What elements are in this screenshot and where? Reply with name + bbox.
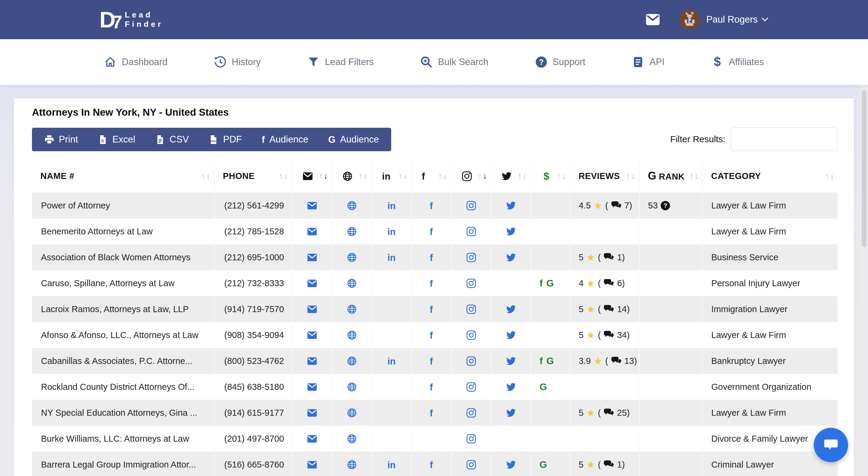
col-header-twitter[interactable]: ↑↓	[491, 159, 531, 192]
instagram-icon[interactable]	[466, 382, 476, 392]
email-icon[interactable]	[307, 356, 317, 366]
linkedin-icon[interactable]: in	[387, 357, 396, 366]
ads-google-icon[interactable]: G	[539, 382, 547, 392]
twitter-icon[interactable]	[506, 460, 516, 470]
col-header-instagram[interactable]: ↑↓	[451, 159, 491, 192]
chevron-down-icon[interactable]	[761, 17, 769, 22]
instagram-icon[interactable]	[466, 227, 476, 236]
facebook-audience-button[interactable]: fAudience	[252, 128, 318, 151]
ads-facebook-icon[interactable]: f	[539, 356, 543, 366]
email-icon[interactable]	[307, 382, 317, 392]
col-header-website[interactable]: ↑↓	[332, 159, 372, 192]
sort-arrows[interactable]: ↑↓	[319, 171, 328, 181]
facebook-icon[interactable]: f	[430, 383, 433, 392]
instagram-icon[interactable]	[466, 252, 476, 262]
facebook-icon[interactable]: f	[430, 279, 433, 288]
nav-item-affiliates[interactable]: $Affiliates	[711, 56, 764, 68]
scrollbar-thumb[interactable]	[862, 90, 867, 247]
nav-item-bulk-search[interactable]: Bulk Search	[420, 56, 488, 68]
ads-google-icon[interactable]: G	[539, 460, 547, 469]
avatar[interactable]	[680, 10, 700, 30]
nav-item-dashboard[interactable]: Dashboard	[104, 56, 167, 68]
email-icon[interactable]	[307, 278, 317, 288]
facebook-icon[interactable]: f	[430, 357, 433, 366]
instagram-icon[interactable]	[466, 460, 476, 470]
nav-item-history[interactable]: History	[214, 56, 261, 68]
sort-arrows[interactable]: ↑↓	[359, 171, 368, 181]
col-header-category[interactable]: CATEGORY↑↓	[703, 159, 838, 192]
col-header-linkedin[interactable]: in↑↓	[372, 159, 411, 192]
website-icon[interactable]	[347, 408, 357, 418]
facebook-icon[interactable]: f	[430, 409, 433, 418]
sort-arrows[interactable]: ↑↓	[518, 171, 527, 181]
instagram-icon[interactable]	[466, 278, 476, 288]
website-icon[interactable]	[347, 227, 357, 236]
twitter-icon[interactable]	[506, 330, 516, 340]
twitter-icon[interactable]	[506, 252, 516, 262]
sort-arrows[interactable]: ↑↓	[626, 171, 636, 181]
email-icon[interactable]	[307, 227, 317, 236]
csv-button[interactable]: CSV	[145, 128, 199, 151]
facebook-icon[interactable]: f	[430, 460, 433, 470]
col-header-reviews[interactable]: REVIEWS↑↓	[570, 159, 639, 192]
sort-arrows[interactable]: ↑↓	[825, 171, 835, 181]
linkedin-icon[interactable]: in	[387, 227, 396, 236]
instagram-icon[interactable]	[466, 330, 476, 340]
twitter-icon[interactable]	[506, 201, 516, 211]
sort-arrows[interactable]: ↑↓	[689, 171, 699, 181]
linkedin-icon[interactable]: in	[387, 460, 396, 470]
col-header-phone[interactable]: PHONE↑↓	[214, 159, 292, 192]
website-icon[interactable]	[347, 330, 357, 340]
website-icon[interactable]	[347, 252, 357, 262]
nav-item-api[interactable]: API	[632, 56, 664, 68]
instagram-icon[interactable]	[466, 201, 476, 211]
ads-facebook-icon[interactable]: f	[539, 278, 543, 288]
col-header-name[interactable]: NAME #↑↓	[32, 159, 214, 192]
website-icon[interactable]	[347, 201, 357, 211]
messages-icon[interactable]	[645, 13, 660, 26]
email-icon[interactable]	[307, 460, 317, 470]
email-icon[interactable]	[307, 304, 317, 314]
instagram-icon[interactable]	[466, 434, 476, 444]
rank-help-icon[interactable]: ?	[661, 201, 670, 210]
website-icon[interactable]	[347, 382, 357, 392]
print-button[interactable]: Print	[34, 128, 88, 151]
google-audience-button[interactable]: GAudience	[318, 128, 389, 151]
instagram-icon[interactable]	[466, 408, 476, 418]
pdf-button[interactable]: PDFPDF	[198, 128, 252, 151]
email-icon[interactable]	[307, 201, 317, 211]
user-menu[interactable]: Paul Rogers	[706, 14, 758, 25]
sort-arrows[interactable]: ↑↓	[478, 171, 487, 181]
chat-launcher-button[interactable]	[814, 428, 848, 462]
twitter-icon[interactable]	[506, 356, 516, 366]
col-header-rank[interactable]: GRANK↑↓	[639, 159, 703, 192]
sort-arrows[interactable]: ↑↓	[398, 171, 408, 181]
facebook-icon[interactable]: f	[430, 253, 433, 262]
email-icon[interactable]	[307, 330, 317, 340]
scrollbar-track[interactable]	[860, 85, 868, 476]
website-icon[interactable]	[347, 460, 357, 470]
nav-item-lead-filters[interactable]: Lead Filters	[307, 56, 374, 68]
col-header-facebook[interactable]: f↑↓	[411, 159, 451, 192]
col-header-email[interactable]: ↑↓	[292, 159, 332, 192]
ads-google-icon[interactable]: G	[547, 278, 554, 288]
website-icon[interactable]	[347, 356, 357, 366]
sort-arrows[interactable]: ↑↓	[201, 171, 211, 181]
linkedin-icon[interactable]: in	[387, 253, 396, 262]
twitter-icon[interactable]	[506, 227, 516, 236]
email-icon[interactable]	[307, 434, 317, 444]
ads-google-icon[interactable]: G	[547, 356, 554, 366]
facebook-icon[interactable]: f	[430, 305, 433, 314]
facebook-icon[interactable]: f	[430, 227, 433, 236]
instagram-icon[interactable]	[466, 304, 476, 314]
filter-input[interactable]	[731, 127, 837, 151]
email-icon[interactable]	[307, 408, 317, 418]
twitter-icon[interactable]	[506, 382, 516, 392]
facebook-icon[interactable]: f	[430, 331, 433, 340]
app-logo[interactable]: D7 LeadFinder	[99, 7, 163, 33]
email-icon[interactable]	[307, 252, 317, 262]
sort-arrows[interactable]: ↑↓	[279, 171, 288, 181]
website-icon[interactable]	[347, 278, 357, 288]
twitter-icon[interactable]	[506, 304, 516, 314]
col-header-ads[interactable]: $↑↓	[531, 159, 570, 192]
